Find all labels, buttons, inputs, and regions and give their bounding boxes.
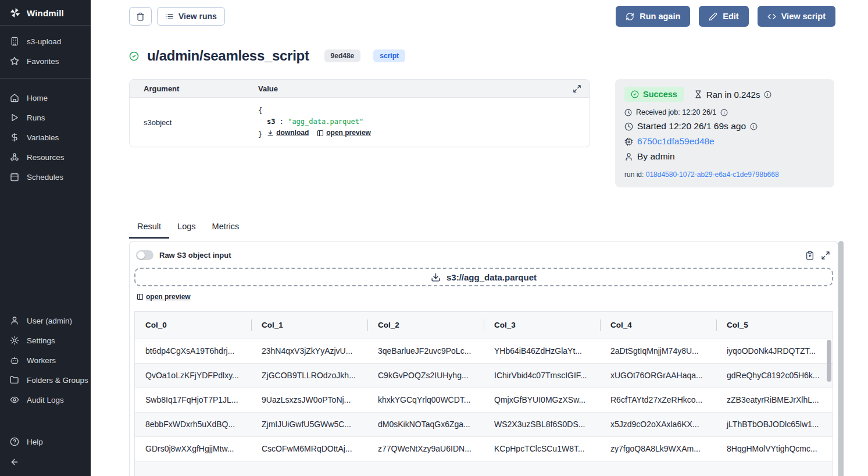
preview-row: open preview	[137, 292, 838, 303]
info-icon[interactable]	[720, 109, 728, 116]
sidebar-collapse-button[interactable]	[0, 452, 91, 474]
raw-s3-toggle[interactable]	[136, 250, 153, 260]
view-script-label: View script	[781, 12, 826, 21]
sidebar-item-label: s3-upload	[27, 37, 61, 46]
table-cell: GDrs0j8wXXgfHgjjMtw...	[135, 436, 251, 461]
tab-result[interactable]: Result	[129, 218, 169, 239]
table-row[interactable]: QvOa1oLzKFjYDFPdlxy...ZjGCOB9TLLROdzoJkh…	[135, 363, 833, 388]
sidebar-item-label: Resources	[27, 153, 65, 162]
raw-s3-toggle-label: Raw S3 object input	[159, 251, 231, 260]
run-status-card: Success Ran in 0.242s Received job: 12:2…	[615, 79, 834, 187]
sidebar-spacer	[0, 190, 91, 305]
toolbar-left: View runs	[129, 7, 225, 26]
result-panel-actions	[805, 251, 830, 260]
sidebar-item-workers[interactable]: Workers	[0, 350, 91, 370]
tab-logs[interactable]: Logs	[169, 218, 203, 239]
maximize-icon	[573, 84, 581, 93]
worker-id-link[interactable]: 6750c1dfa59ed48e	[637, 136, 715, 147]
sidebar-item-home[interactable]: Home	[0, 88, 91, 108]
clipboard-copy-icon[interactable]	[805, 251, 815, 260]
sidebar-item-folders-groups[interactable]: Folders & Groups	[0, 370, 91, 390]
table-cell: gdReQhyC8192c05H6k...	[716, 363, 833, 388]
sidebar-item-label: Folders & Groups	[27, 376, 88, 385]
column-header: Col_5	[716, 312, 833, 339]
json-string-value: "agg_data.parquet"	[288, 118, 363, 126]
table-cell: KCpHpcTClcSCu1W8T...	[484, 436, 600, 461]
resources-icon	[10, 152, 19, 162]
sidebar-item-variables[interactable]: Variables	[0, 127, 91, 147]
sidebar-nav-group: Home Runs Variables Resources Schedules	[0, 82, 91, 190]
table-cell: QvOa1oLzKFjYDFPdlxy...	[135, 363, 251, 388]
sidebar-item-label: Runs	[27, 113, 45, 122]
duration-label: Ran in 0.242s	[706, 90, 760, 100]
run-id-row: run id: 018d4580-1072-ab29-e6a4-c1de9798…	[624, 170, 825, 179]
app-window: Windmill s3-upload Favorites Home Runs	[0, 0, 868, 476]
sidebar-item-settings[interactable]: Settings	[0, 331, 91, 350]
refresh-icon	[626, 12, 634, 21]
s3-file-name: s3://agg_data.parquet	[446, 272, 537, 282]
table-cell: IChirVbid4c07TmscIGIF...	[484, 363, 600, 388]
info-icon[interactable]	[764, 91, 771, 98]
argument-column-header: Argument	[130, 84, 258, 93]
json-key: s3	[267, 118, 275, 126]
table-cell: x5Jzd9cO2oXAxla6KX...	[600, 412, 716, 436]
table-vertical-scrollbar[interactable]	[827, 340, 831, 382]
sidebar-item-favorites[interactable]: Favorites	[0, 51, 91, 71]
sidebar-item-resources[interactable]: Resources	[0, 147, 91, 167]
maximize-icon[interactable]	[821, 251, 830, 260]
main-content: View runs Run again Edit View script	[91, 0, 868, 476]
list-icon	[165, 12, 174, 21]
result-panel: Raw S3 object input s3://agg_data.parque…	[129, 241, 838, 476]
table-cell: xUGOt76ORGrAAHaqa...	[600, 363, 716, 388]
run-id-label: run id:	[624, 170, 644, 179]
delete-button[interactable]	[129, 7, 152, 26]
sidebar-item-label: Schedules	[27, 173, 63, 182]
dollar-icon	[10, 133, 19, 142]
sidebar-item-s3-upload[interactable]: s3-upload	[0, 31, 91, 51]
edit-button[interactable]: Edit	[699, 6, 748, 27]
tab-metrics[interactable]: Metrics	[204, 218, 248, 239]
calendar-icon	[10, 172, 19, 182]
open-preview-link[interactable]: open preview	[317, 127, 371, 138]
sidebar-item-user[interactable]: User (admin)	[0, 311, 91, 331]
robot-icon	[10, 356, 19, 365]
open-preview-link[interactable]: open preview	[137, 293, 191, 301]
sidebar-item-runs[interactable]: Runs	[0, 108, 91, 127]
value-column-header: Value	[258, 84, 566, 93]
view-script-button[interactable]: View script	[758, 6, 835, 27]
s3-file-download-area[interactable]: s3://agg_data.parquet	[134, 268, 833, 286]
expand-args-button[interactable]	[573, 84, 590, 93]
table-cell: CscOFwM6MRqDOttAj...	[251, 436, 367, 461]
run-id-link[interactable]: 018d4580-1072-ab29-e6a4-c1de9798b668	[646, 170, 779, 179]
pencil-icon	[709, 12, 717, 21]
info-icon[interactable]	[750, 123, 758, 130]
view-runs-button[interactable]: View runs	[157, 7, 225, 26]
sidebar-item-label: Audit Logs	[27, 396, 64, 404]
toolbar: View runs Run again Edit View script	[129, 6, 844, 27]
status-line-started: Started 12:20 26/1 69s ago	[624, 121, 825, 132]
sidebar-divider	[0, 78, 91, 79]
status-line-received: Received job: 12:20 26/1	[624, 108, 825, 116]
table-cell: zZB3eatyrRiBMEJrXlhL...	[716, 388, 833, 412]
play-icon	[10, 113, 19, 122]
table-row[interactable]: Swb8Iq17FqHjoT7P1JL...9UazLsxzsJW0oPToNj…	[135, 388, 833, 412]
table-row[interactable]: GDrs0j8wXXgfHgjjMtw...CscOFwM6MRqDOttAj.…	[135, 436, 833, 461]
run-again-button[interactable]: Run again	[616, 6, 690, 27]
folder-icon	[10, 375, 19, 385]
sidebar-item-label: Favorites	[27, 57, 59, 66]
table-header-row: Col_0Col_1Col_2Col_3Col_4Col_5	[135, 312, 833, 339]
user-icon	[624, 152, 633, 161]
result-panel-scrollbar[interactable]	[838, 241, 844, 476]
cpu-icon	[624, 137, 633, 146]
workspace-logo[interactable]: Windmill	[0, 0, 91, 26]
json-brace-open: {	[258, 106, 262, 115]
kind-badge: script	[373, 49, 405, 62]
download-link[interactable]: download	[267, 127, 309, 138]
sidebar-item-help[interactable]: Help	[0, 432, 91, 452]
table-cell: khxkYGCqYrlq00WCDT...	[367, 388, 484, 412]
table-row[interactable]: bt6dp4CgXsA19T6hdrj...23hN4qxV3jZkYyAzjv…	[135, 339, 833, 363]
sidebar-item-audit-logs[interactable]: Audit Logs	[0, 390, 91, 410]
table-row[interactable]: 8ebbFxWDxrh5uXdBQ...ZjmIJUiGwfU5GWw5C...…	[135, 412, 833, 436]
arguments-row: s3object { s3 : "agg_data.parquet" }	[130, 98, 590, 147]
sidebar-item-schedules[interactable]: Schedules	[0, 167, 91, 187]
